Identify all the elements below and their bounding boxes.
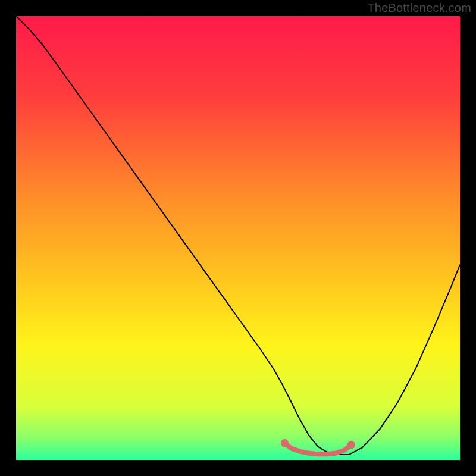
chart-container [16, 16, 460, 460]
highlight-endpoint [347, 441, 355, 449]
watermark-text: TheBottleneck.com [367, 1, 471, 15]
chart-svg [16, 16, 460, 460]
gradient-background [16, 16, 460, 460]
highlight-endpoint [281, 439, 289, 447]
